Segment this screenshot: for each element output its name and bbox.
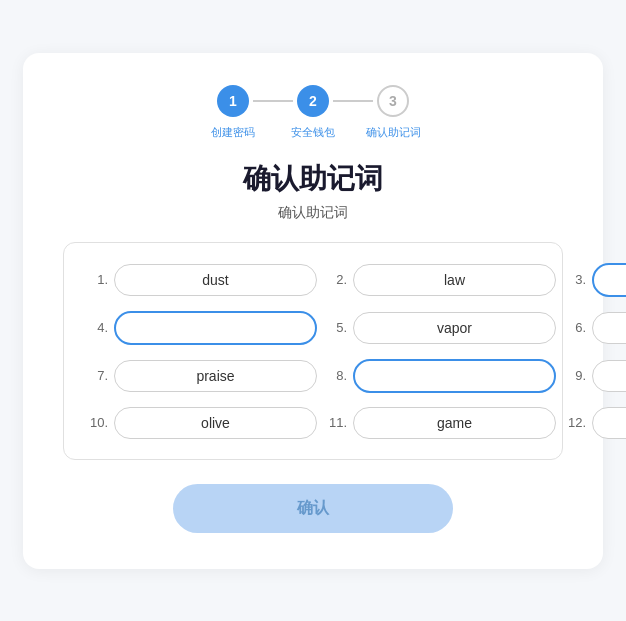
word-number: 6. <box>566 320 586 335</box>
word-input[interactable] <box>114 407 317 439</box>
step-line-2 <box>333 100 373 102</box>
word-cell: 4. <box>88 311 317 345</box>
word-number: 3. <box>566 272 586 287</box>
step-3-circle: 3 <box>377 85 409 117</box>
step-label-1: 创建密码 <box>203 125 263 140</box>
word-cell: 5. <box>327 311 556 345</box>
word-cell: 6. <box>566 311 626 345</box>
word-cell: 2. <box>327 263 556 297</box>
main-container: 1 2 3 创建密码 安全钱包 确认助记词 确认助记词 确认助记词 1.2.3.… <box>23 53 603 569</box>
word-cell: 12. <box>566 407 626 439</box>
word-input[interactable] <box>353 407 556 439</box>
word-card: 1.2.3.4.5.6.7.8.9.10.11.12. <box>63 242 563 460</box>
word-number: 8. <box>327 368 347 383</box>
step-2-circle: 2 <box>297 85 329 117</box>
step-line-1 <box>253 100 293 102</box>
confirm-button[interactable]: 确认 <box>173 484 453 533</box>
word-number: 2. <box>327 272 347 287</box>
word-cell: 11. <box>327 407 556 439</box>
word-input[interactable] <box>353 264 556 296</box>
page-subtitle: 确认助记词 <box>63 204 563 222</box>
page-title: 确认助记词 <box>63 160 563 198</box>
word-input[interactable] <box>353 312 556 344</box>
word-cell: 3. <box>566 263 626 297</box>
word-cell: 8. <box>327 359 556 393</box>
step-label-3: 确认助记词 <box>363 125 423 140</box>
word-cell: 1. <box>88 263 317 297</box>
word-input[interactable] <box>114 311 317 345</box>
word-number: 12. <box>566 415 586 430</box>
word-cell: 7. <box>88 359 317 393</box>
step-labels: 创建密码 安全钱包 确认助记词 <box>63 125 563 140</box>
word-number: 4. <box>88 320 108 335</box>
word-number: 7. <box>88 368 108 383</box>
step-1-circle: 1 <box>217 85 249 117</box>
word-input[interactable] <box>592 407 626 439</box>
word-cell: 9. <box>566 359 626 393</box>
word-input[interactable] <box>592 360 626 392</box>
word-number: 9. <box>566 368 586 383</box>
step-label-2: 安全钱包 <box>283 125 343 140</box>
word-input[interactable] <box>592 263 626 297</box>
word-number: 5. <box>327 320 347 335</box>
word-input[interactable] <box>114 264 317 296</box>
word-cell: 10. <box>88 407 317 439</box>
word-input[interactable] <box>592 312 626 344</box>
word-number: 10. <box>88 415 108 430</box>
step-indicator: 1 2 3 <box>63 85 563 117</box>
word-grid: 1.2.3.4.5.6.7.8.9.10.11.12. <box>88 263 538 439</box>
word-input[interactable] <box>353 359 556 393</box>
word-input[interactable] <box>114 360 317 392</box>
word-number: 11. <box>327 415 347 430</box>
page-wrapper: 1 2 3 创建密码 安全钱包 确认助记词 确认助记词 确认助记词 1.2.3.… <box>0 0 626 621</box>
word-number: 1. <box>88 272 108 287</box>
